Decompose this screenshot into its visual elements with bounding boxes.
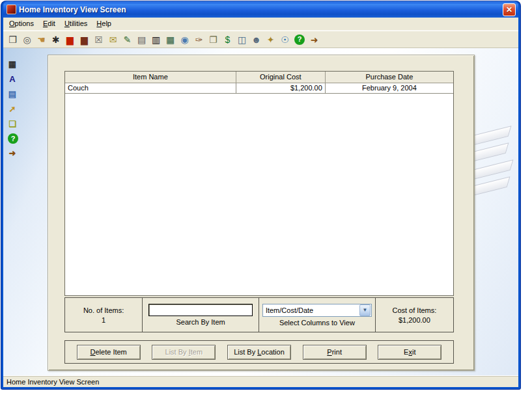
help-icon[interactable]: ? <box>294 34 305 45</box>
columns-section: Item/Cost/Date ▼ Select Columns to View <box>259 298 376 332</box>
lock-icon[interactable]: ✦ <box>264 33 277 46</box>
sidebar-icons: ▦ A ▤ ➚ ❏ ? ➜ <box>7 59 20 159</box>
chart-icon[interactable]: ◫ <box>236 33 248 46</box>
print-icon[interactable]: ❒ <box>7 33 19 46</box>
exit-icon[interactable]: ➜ <box>308 33 320 46</box>
list-by-location-button[interactable]: List By Location <box>227 345 291 360</box>
menu-item-options[interactable]: Options <box>5 18 38 29</box>
menu-item-help[interactable]: Help <box>92 18 116 29</box>
exit-button[interactable]: Exit <box>378 345 441 360</box>
client-area: ▦ A ▤ ➚ ❏ ? ➜ <box>3 48 518 375</box>
button-label: Exit <box>404 348 415 356</box>
print-preview-icon[interactable]: ◎ <box>21 33 33 46</box>
cost-section: Cost of Items: $1,200.00 <box>376 298 453 332</box>
menu-label-part: ptions <box>15 20 34 27</box>
car-icon[interactable]: ▆ <box>64 33 76 46</box>
inventory-table-container: Item Name Original Cost Purchase Date Co… <box>64 71 454 296</box>
bug-icon[interactable]: ✱ <box>49 33 62 46</box>
menu-label-part: O <box>9 20 15 27</box>
money-icon[interactable]: $ <box>221 33 234 46</box>
chevron-down-icon[interactable]: ▼ <box>359 304 371 316</box>
window: Home Inventory View Screen ✕ Options Edi… <box>1 1 520 389</box>
info-panel: No. of Items: 1 Search By Item Item/Cost… <box>64 297 454 332</box>
search-input[interactable] <box>148 304 253 316</box>
table-row[interactable]: Couch $1,200.00 February 9, 2004 <box>65 83 453 93</box>
note-icon[interactable]: ▤ <box>135 33 148 46</box>
toolbar: ❒ ◎ ☚ ✱ ▆ ▆ ☒ ✉ ✎ ▤ ▥ ▦ ◉ ✑ ❐ $ ◫ ☻ ✦ ☉ … <box>3 31 518 48</box>
main-panel: Item Name Original Cost Purchase Date Co… <box>48 55 475 371</box>
items-count-section: No. of Items: 1 <box>65 298 143 332</box>
cell-purchase-date: February 9, 2004 <box>325 83 453 93</box>
search-section: Search By Item <box>143 298 259 332</box>
window-title: Home Inventory View Screen <box>19 5 500 14</box>
archive-icon[interactable]: ❐ <box>207 33 219 46</box>
app-icon[interactable] <box>7 5 16 14</box>
menu-item-edit[interactable]: Edit <box>38 18 60 29</box>
list-by-item-button[interactable]: List By Item <box>152 345 216 360</box>
panel-icon[interactable]: ▤ <box>7 88 18 100</box>
print-button[interactable]: Print <box>303 345 367 360</box>
app-body: Options Edit Utilities Help ❒ ◎ ☚ ✱ ▆ ▆ … <box>3 18 518 387</box>
button-label: Print <box>327 348 342 356</box>
table-header-row: Item Name Original Cost Purchase Date <box>65 72 453 83</box>
cell-original-cost: $1,200.00 <box>236 83 325 93</box>
column-header-original-cost: Original Cost <box>236 72 325 83</box>
button-label: List By Location <box>234 348 285 356</box>
cell-item-name: Couch <box>65 83 236 93</box>
columns-combobox[interactable]: Item/Cost/Date ▼ <box>262 304 372 317</box>
cost-value: $1,200.00 <box>399 316 430 324</box>
menu-bar: Options Edit Utilities Help <box>3 18 518 31</box>
columns-label: Select Columns to View <box>279 319 355 327</box>
menu-label-part: dit <box>48 20 55 27</box>
button-label: Delete Item <box>91 348 127 356</box>
grid-icon[interactable]: ▦ <box>7 59 18 70</box>
button-label: List By Item <box>165 348 203 356</box>
menu-label-part: tilities <box>70 20 88 27</box>
buttons-panel: Delete Item List By Item List By Locatio… <box>64 340 454 364</box>
menu-label-part: elp <box>102 20 111 27</box>
column-header-purchase-date: Purchase Date <box>325 72 453 83</box>
person-icon[interactable]: ☻ <box>250 33 262 46</box>
items-count-label: No. of Items: <box>83 306 124 314</box>
status-text: Home Inventory View Screen <box>7 378 99 386</box>
delete-item-button[interactable]: Delete Item <box>77 345 141 360</box>
font-icon[interactable]: A <box>7 74 18 85</box>
disc-icon[interactable]: ◉ <box>178 33 191 46</box>
status-bar: Home Inventory View Screen <box>3 375 518 387</box>
folder-image-icon[interactable]: ❏ <box>7 118 18 129</box>
help-icon[interactable]: ? <box>8 133 18 144</box>
cost-label: Cost of Items: <box>392 306 436 314</box>
brush-icon[interactable]: ✑ <box>193 33 205 46</box>
column-header-item-name: Item Name <box>65 72 236 83</box>
close-icon[interactable]: ✕ <box>503 3 516 16</box>
barcode-icon[interactable]: ▥ <box>150 33 162 46</box>
items-count-value: 1 <box>102 316 105 324</box>
edit-icon[interactable]: ✎ <box>121 33 133 46</box>
trash-icon[interactable]: ☒ <box>92 33 105 46</box>
ledger-icon[interactable]: ▦ <box>164 33 176 46</box>
globe-icon[interactable]: ☉ <box>279 33 291 46</box>
menu-item-utilities[interactable]: Utilities <box>60 18 92 29</box>
combobox-value: Item/Cost/Date <box>263 306 359 314</box>
menu-label-part: U <box>64 20 70 27</box>
search-label: Search By Item <box>176 318 225 326</box>
title-bar: Home Inventory View Screen ✕ <box>3 1 518 18</box>
mail-icon[interactable]: ✉ <box>107 33 119 46</box>
folder-export-icon[interactable]: ➚ <box>7 103 18 114</box>
hand-icon[interactable]: ☚ <box>35 33 48 46</box>
inventory-table: Item Name Original Cost Purchase Date Co… <box>65 72 453 94</box>
truck-icon[interactable]: ▆ <box>78 33 91 46</box>
exit-icon[interactable]: ➜ <box>7 148 18 159</box>
